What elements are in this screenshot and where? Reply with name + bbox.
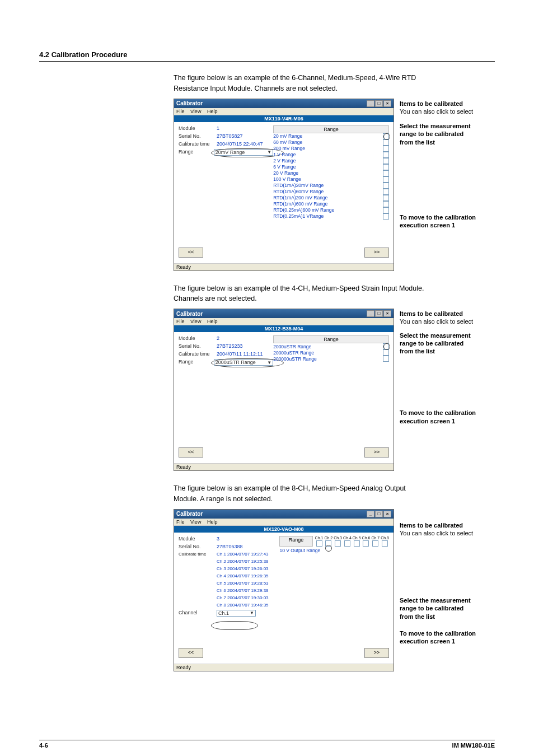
range-name: 2000uSTR Range — [273, 344, 383, 349]
annotation: Select the measurement range to be calib… — [400, 596, 495, 620]
range-checkbox[interactable] — [383, 207, 389, 213]
range-row: 100 V Range — [273, 176, 389, 183]
prev-button[interactable]: << — [179, 447, 203, 458]
annotation-text: range to be calibrated — [400, 339, 495, 347]
range-name: 60 mV Range — [273, 139, 383, 145]
menu-help[interactable]: Help — [207, 109, 218, 114]
channel-checkbox[interactable] — [335, 540, 341, 547]
minimize-button[interactable]: _ — [367, 511, 374, 517]
menu-file[interactable]: File — [176, 519, 185, 525]
value-caltime: Ch.3 2004/07/07 19:26:03 — [217, 566, 269, 571]
body-paragraph: The figure below is an example of the 8-… — [174, 483, 495, 505]
annotation-title: Select the measurement — [400, 122, 495, 130]
range-checkbox[interactable] — [383, 146, 389, 152]
range-row: 2 V Range — [273, 158, 389, 164]
range-row: 200 mV Range — [273, 146, 389, 152]
range-checkbox[interactable] — [383, 201, 389, 207]
menu-view[interactable]: View — [190, 319, 201, 324]
range-checkbox[interactable] — [383, 158, 389, 164]
range-checkbox[interactable] — [383, 176, 389, 183]
maximize-button[interactable]: □ — [375, 100, 383, 107]
channel-column: Ch.5 — [353, 536, 361, 547]
callout-ring — [211, 621, 258, 630]
maximize-button[interactable]: □ — [375, 511, 383, 517]
next-button[interactable]: >> — [364, 648, 389, 658]
menu-help[interactable]: Help — [207, 519, 218, 525]
minimize-button[interactable]: _ — [367, 100, 374, 107]
text-line: The figure below is an example of the 4-… — [174, 284, 424, 292]
range-name: RTD(1mA)600 mV Range — [273, 201, 383, 207]
channel-label: Ch.1 — [315, 536, 324, 540]
range-row: RTD(0.25mA)600 mV Range — [273, 207, 389, 213]
annotation: To move to the calibration execution scr… — [400, 629, 495, 646]
label-caltime — [179, 603, 217, 608]
annotation-text: execution screen 1 — [400, 221, 495, 229]
label-channel: Channel — [179, 610, 217, 617]
module-header: MX110-V4R-M06 — [174, 115, 394, 122]
range-checkbox[interactable] — [383, 183, 389, 189]
label-caltime — [179, 595, 217, 600]
channel-checkbox[interactable] — [316, 540, 322, 547]
range-name: RTD(1mA)60mV Range — [273, 189, 383, 194]
value-caltime: Ch.1 2004/07/07 19:27:43 — [217, 552, 269, 557]
channel-checkbox[interactable] — [354, 540, 360, 547]
close-button[interactable]: × — [383, 100, 391, 107]
maximize-button[interactable]: □ — [375, 310, 383, 317]
annotation-text: execution screen 1 — [400, 417, 495, 425]
section-heading: 4.2 Calibration Procedure — [39, 50, 495, 59]
range-name: 2 V Range — [273, 158, 383, 164]
prev-button[interactable]: << — [179, 648, 203, 658]
menu-help[interactable]: Help — [207, 319, 218, 324]
channel-column: Ch.4 — [343, 536, 352, 547]
range-checkbox[interactable] — [383, 195, 389, 201]
channel-checkbox[interactable] — [344, 540, 350, 547]
value-module: 3 — [217, 536, 219, 542]
next-button[interactable]: >> — [364, 447, 389, 458]
range-checkbox[interactable] — [383, 139, 389, 146]
range-dropdown[interactable]: 20mV Range▼ — [214, 149, 274, 156]
range-checkbox[interactable] — [383, 356, 389, 362]
menu-view[interactable]: View — [190, 109, 201, 114]
close-button[interactable]: × — [383, 310, 391, 317]
value-module: 2 — [217, 335, 219, 341]
channel-dropdown[interactable]: Ch.1▼ — [217, 610, 256, 617]
caltime-row: Ch.5 2004/07/07 19:28:53 — [179, 581, 279, 586]
calibrator-window: Calibrator _ □ × File View Help MX110-V4… — [174, 99, 394, 271]
label-serial: Serial No. — [179, 544, 217, 549]
annotation-title: Items to be calibrated — [400, 100, 495, 108]
range-name: 20000uSTR Range — [273, 350, 383, 356]
value-caltime: 2004/07/11 11:12:11 — [217, 351, 263, 357]
text-line: The figure below is an example of the 6-… — [174, 74, 416, 82]
prev-button[interactable]: << — [179, 248, 203, 258]
next-button[interactable]: >> — [364, 248, 389, 258]
range-selected: 2000uSTR Range — [216, 360, 256, 365]
menu-view[interactable]: View — [190, 519, 201, 525]
menu-file[interactable]: File — [176, 109, 185, 114]
channel-checkbox[interactable] — [382, 540, 388, 547]
channel-label: Ch.8 — [381, 536, 389, 540]
range-dropdown[interactable]: 2000uSTR Range▼ — [214, 359, 274, 366]
range-checkbox[interactable] — [383, 152, 389, 158]
minimize-button[interactable]: _ — [367, 310, 374, 317]
label-range: Range — [179, 149, 214, 156]
range-checkbox[interactable] — [383, 213, 389, 220]
caltime-row: Ch.4 2004/07/07 19:26:35 — [179, 573, 279, 578]
range-checkbox[interactable] — [383, 164, 389, 170]
channel-checkbox[interactable] — [372, 540, 378, 547]
channel-checkbox[interactable] — [363, 540, 369, 547]
annotation-text: from the list — [400, 138, 495, 146]
range-checkbox[interactable] — [383, 349, 389, 356]
range-checkbox[interactable] — [383, 189, 389, 195]
range-checkbox[interactable] — [383, 170, 389, 176]
annotation: Items to be calibrated You can also clic… — [400, 100, 495, 116]
body-paragraph: The figure below is an example of the 4-… — [174, 283, 495, 305]
label-caltime: Calibrate time — [179, 351, 217, 357]
range-row: 20 mV Range — [273, 133, 389, 139]
close-button[interactable]: × — [383, 511, 391, 517]
text-line: Resistance Input Module. Channels are no… — [174, 85, 338, 92]
annotation: Items to be calibrated You can also clic… — [400, 521, 495, 538]
status-bar: Ready — [174, 463, 394, 470]
menu-file[interactable]: File — [176, 319, 185, 324]
range-name: 1 V Range — [273, 152, 383, 157]
chevron-down-icon: ▼ — [267, 360, 271, 365]
